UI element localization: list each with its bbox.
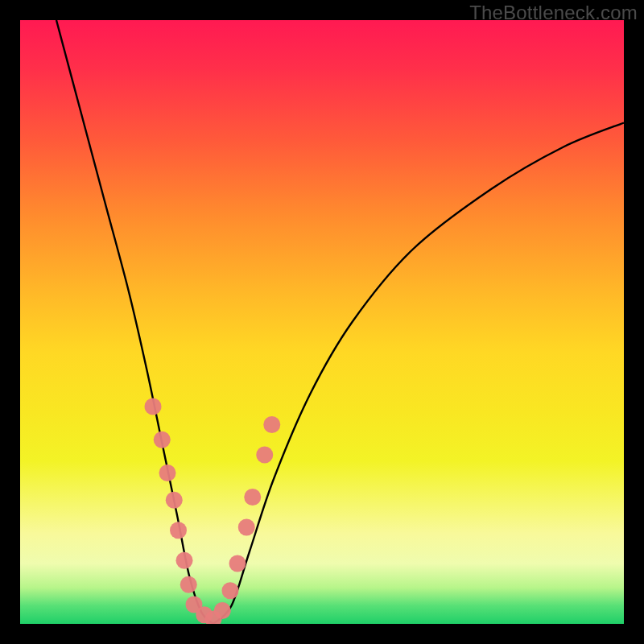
data-marker — [238, 519, 255, 536]
data-marker — [256, 447, 273, 464]
data-marker — [166, 492, 183, 509]
chart-frame: TheBottleneck.com — [0, 0, 644, 644]
data-marker — [244, 489, 261, 506]
data-marker — [222, 582, 239, 599]
data-marker — [229, 555, 246, 572]
plot-area — [20, 20, 624, 624]
data-marker — [263, 416, 280, 433]
data-marker — [176, 552, 193, 569]
curve-left — [56, 20, 213, 624]
data-marker — [170, 522, 187, 539]
data-marker — [154, 431, 171, 448]
data-marker — [159, 464, 176, 481]
curve-right — [213, 123, 624, 625]
data-marker — [180, 576, 197, 593]
chart-svg — [20, 20, 624, 624]
data-markers — [145, 398, 281, 625]
data-marker — [214, 602, 231, 619]
bottleneck-curve — [56, 20, 624, 624]
data-marker — [145, 398, 162, 415]
